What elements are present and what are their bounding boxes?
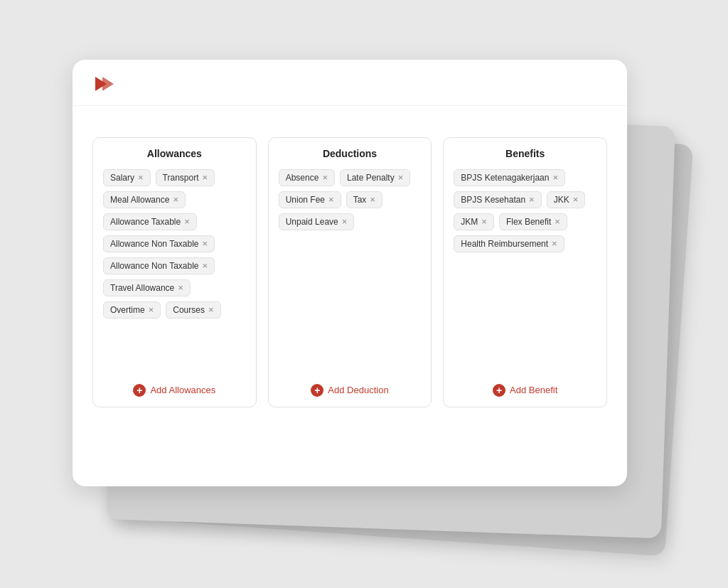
logo-icon — [92, 73, 115, 95]
column-title-deductions: Deductions — [279, 148, 422, 159]
tag-close-button[interactable]: × — [149, 305, 154, 314]
tag-close-button[interactable]: × — [178, 283, 183, 292]
tag: Flex Benefit× — [499, 213, 567, 230]
logo — [92, 73, 115, 95]
plus-circle-icon: + — [493, 384, 505, 397]
tag-close-button[interactable]: × — [342, 217, 348, 226]
tag-close-button[interactable]: × — [370, 195, 375, 204]
tags-area-allowances: Salary×Transport×Meal Allowance×Allowanc… — [103, 169, 246, 373]
tag-label: Health Reimbursement — [461, 239, 548, 249]
tag: Allowance Taxable× — [103, 213, 197, 230]
add-button-label: Add Benefit — [510, 385, 557, 395]
tag: BPJS Ketenagakerjaan× — [454, 169, 565, 186]
tag: Allowance Non Taxable× — [103, 235, 215, 252]
tag-close-button[interactable]: × — [552, 173, 558, 182]
tag-label: Late Penalty — [347, 173, 395, 183]
tag-label: Flex Benefit — [506, 217, 551, 227]
column-allowances: AllowancesSalary×Transport×Meal Allowanc… — [92, 137, 257, 407]
card-content: AllowancesSalary×Transport×Meal Allowanc… — [73, 106, 627, 422]
tag-close-button[interactable]: × — [398, 173, 404, 182]
columns-container: AllowancesSalary×Transport×Meal Allowanc… — [92, 137, 607, 407]
tag-label: Unpaid Leave — [286, 217, 338, 227]
column-title-allowances: Allowances — [103, 148, 246, 159]
add-button-label: Add Allowances — [150, 385, 215, 395]
tag-label: Salary — [110, 173, 134, 183]
tag: Tax× — [346, 191, 382, 208]
tag-label: Allowance Non Taxable — [110, 239, 199, 249]
tag: Courses× — [166, 301, 220, 319]
tag-close-button[interactable]: × — [138, 173, 144, 182]
tag-label: BPJS Kesehatan — [461, 195, 525, 205]
tag-label: BPJS Ketenagakerjaan — [461, 173, 549, 183]
tag: Salary× — [103, 169, 151, 186]
tag: JKK× — [547, 191, 586, 208]
tag-label: Travel Allowance — [110, 283, 174, 293]
tag-label: Transport — [163, 173, 199, 183]
card-header — [73, 60, 627, 106]
plus-circle-icon: + — [133, 384, 146, 397]
add-benefits-button[interactable]: +Add Benefit — [454, 384, 596, 397]
tag: Overtime× — [103, 301, 161, 319]
tag: Union Fee× — [279, 191, 341, 208]
tag: Health Reimbursement× — [454, 235, 564, 252]
tags-area-deductions: Absence×Late Penalty×Union Fee×Tax×Unpai… — [279, 169, 422, 373]
tag-close-button[interactable]: × — [555, 217, 560, 226]
tag-label: Allowance Taxable — [110, 217, 181, 227]
tag: Unpaid Leave× — [279, 213, 355, 230]
card-main: AllowancesSalary×Transport×Meal Allowanc… — [73, 60, 627, 486]
tag-close-button[interactable]: × — [322, 173, 328, 182]
tag: Allowance Non Taxable× — [103, 257, 215, 274]
add-deductions-button[interactable]: +Add Deduction — [279, 384, 422, 397]
tag-close-button[interactable]: × — [173, 195, 178, 204]
plus-circle-icon: + — [311, 384, 323, 397]
scene: AllowancesSalary×Transport×Meal Allowanc… — [73, 60, 655, 529]
tag-close-button[interactable]: × — [328, 195, 334, 204]
svg-marker-1 — [102, 77, 114, 91]
tag-label: Absence — [286, 173, 319, 183]
tag-close-button[interactable]: × — [203, 261, 208, 270]
tag-close-button[interactable]: × — [203, 239, 208, 248]
tag-label: Meal Allowance — [110, 195, 169, 205]
tag: Meal Allowance× — [103, 191, 186, 208]
tag: Late Penalty× — [340, 169, 410, 186]
tag-label: Courses — [173, 305, 205, 315]
tag-close-button[interactable]: × — [203, 173, 208, 182]
tag-close-button[interactable]: × — [208, 305, 214, 314]
tag: JKM× — [454, 213, 494, 230]
tag-label: Overtime — [110, 305, 145, 315]
add-allowances-button[interactable]: +Add Allowances — [103, 384, 246, 397]
tags-area-benefits: BPJS Ketenagakerjaan×BPJS Kesehatan×JKK×… — [454, 169, 596, 373]
column-title-benefits: Benefits — [454, 148, 596, 159]
tag-label: JKK — [554, 195, 569, 205]
column-deductions: DeductionsAbsence×Late Penalty×Union Fee… — [268, 137, 432, 407]
tag: Absence× — [279, 169, 335, 186]
add-button-label: Add Deduction — [328, 385, 388, 395]
tag-close-button[interactable]: × — [552, 239, 557, 248]
column-benefits: BenefitsBPJS Ketenagakerjaan×BPJS Keseha… — [443, 137, 607, 407]
tag-close-button[interactable]: × — [481, 217, 487, 226]
tag-close-button[interactable]: × — [573, 195, 579, 204]
tag-label: Tax — [353, 195, 367, 205]
tag: Transport× — [156, 169, 215, 186]
tag-close-button[interactable]: × — [184, 217, 190, 226]
tag-label: Union Fee — [286, 195, 325, 205]
tag: BPJS Kesehatan× — [454, 191, 541, 208]
tag: Travel Allowance× — [103, 279, 191, 296]
tag-label: JKM — [461, 217, 478, 227]
tag-close-button[interactable]: × — [529, 195, 535, 204]
tag-label: Allowance Non Taxable — [110, 261, 199, 271]
